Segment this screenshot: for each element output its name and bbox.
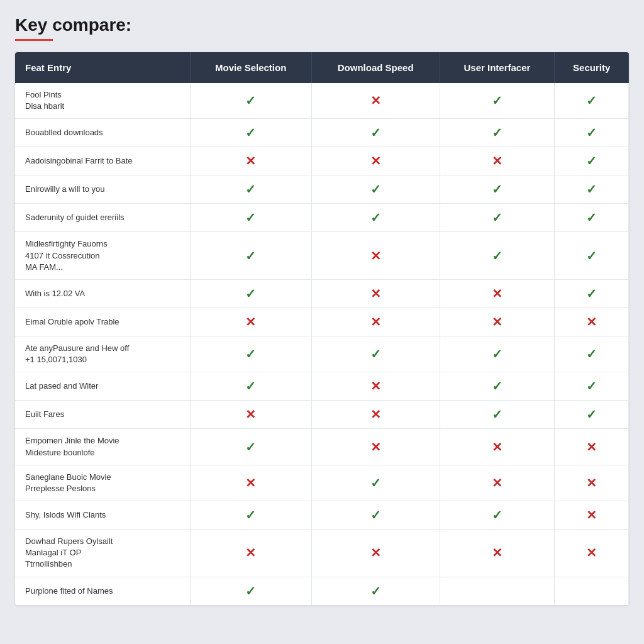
cell-feature: Enirowilly a will to you — [15, 175, 190, 204]
comparison-table-wrapper: Feat Entry Movie Selection Download Spee… — [15, 52, 629, 605]
cell-feature: Lat pased and Witer — [15, 372, 190, 401]
check-icon: ✓ — [370, 182, 381, 196]
check-icon: ✓ — [492, 249, 502, 263]
table-row: Bouablled downloads✓✓✓✓ — [15, 119, 629, 147]
cell-security: ✓ — [555, 83, 629, 119]
check-icon: ✓ — [370, 126, 381, 140]
check-icon: ✓ — [370, 211, 381, 225]
col-header-security: Security — [555, 52, 629, 83]
check-icon: ✓ — [586, 347, 597, 361]
cell-download-speed: ✓ — [311, 204, 440, 232]
check-icon: ✓ — [492, 347, 502, 361]
cell-feature: Ate anyPausure and Hew off+1 15,0071,103… — [15, 336, 190, 372]
check-icon: ✓ — [370, 476, 381, 490]
cell-user-interface: ✕ — [440, 429, 555, 465]
check-icon: ✓ — [586, 94, 597, 108]
table-row: Shy, Islods Wifi Clants✓✓✓✕ — [15, 501, 629, 530]
cross-icon: ✕ — [586, 440, 597, 454]
cross-icon: ✕ — [370, 379, 381, 393]
col-header-user-interface: User Interfacer — [440, 52, 555, 83]
cell-feature: Purplone fited of Names — [15, 577, 190, 605]
table-row: Ate anyPausure and Hew off+1 15,0071,103… — [15, 336, 629, 372]
cell-download-speed: ✓ — [311, 501, 440, 530]
cell-movie-selection: ✓ — [190, 501, 311, 530]
cell-movie-selection: ✓ — [190, 279, 311, 308]
cross-icon: ✕ — [492, 154, 502, 168]
cell-security: ✓ — [555, 279, 629, 308]
check-icon: ✓ — [245, 182, 256, 196]
cell-download-speed: ✓ — [311, 336, 440, 372]
cell-security: ✕ — [555, 501, 629, 530]
cell-user-interface: ✓ — [440, 372, 555, 401]
cell-feature: Fool PintsDisa hbarit — [15, 83, 190, 119]
check-icon: ✓ — [586, 379, 597, 393]
cross-icon: ✕ — [370, 408, 381, 421]
cell-feature: Shy, Islods Wifi Clants — [15, 501, 190, 530]
cell-security: ✓ — [555, 336, 629, 372]
table-row: Purplone fited of Names✓✓ — [15, 577, 629, 605]
check-icon: ✓ — [586, 154, 597, 168]
cross-icon: ✕ — [586, 315, 597, 329]
check-icon: ✓ — [245, 287, 256, 301]
cross-icon: ✕ — [492, 476, 502, 490]
check-icon: ✓ — [492, 408, 502, 421]
cross-icon: ✕ — [245, 154, 256, 168]
cross-icon: ✕ — [370, 94, 381, 108]
table-row: Lat pased and Witer✓✕✓✓ — [15, 372, 629, 401]
table-row: Empomen Jinle the MovieMidesture bounlof… — [15, 429, 629, 465]
check-icon: ✓ — [492, 94, 502, 108]
check-icon: ✓ — [492, 379, 502, 393]
check-icon: ✓ — [586, 182, 597, 196]
table-row: Aadoisingobinal Farrit to Bate✕✕✕✓ — [15, 147, 629, 175]
cross-icon: ✕ — [586, 476, 597, 490]
cell-user-interface: ✕ — [440, 308, 555, 336]
cell-feature: Midlesfirtighty Fauorns4107 it Cossrecut… — [15, 232, 190, 280]
cell-feature: With is 12.02 VA — [15, 279, 190, 308]
cross-icon: ✕ — [245, 315, 256, 329]
cell-security: ✓ — [555, 401, 629, 429]
cell-download-speed: ✕ — [311, 429, 440, 465]
table-row: Saderunity of guidet ereriils✓✓✓✓ — [15, 204, 629, 232]
cell-feature: Bouablled downloads — [15, 119, 190, 147]
cell-movie-selection: ✓ — [190, 336, 311, 372]
cell-download-speed: ✕ — [311, 279, 440, 308]
table-row: With is 12.02 VA✓✕✕✓ — [15, 279, 629, 308]
cell-movie-selection: ✓ — [190, 83, 311, 119]
cross-icon: ✕ — [370, 546, 381, 560]
cell-feature: Eimal Oruble apolv Trable — [15, 308, 190, 336]
check-icon: ✓ — [492, 126, 502, 140]
cell-security: ✓ — [555, 204, 629, 232]
cell-security: ✓ — [555, 119, 629, 147]
cell-user-interface: ✓ — [440, 83, 555, 119]
table-row: Eimal Oruble apolv Trable✕✕✕✕ — [15, 308, 629, 336]
cell-movie-selection: ✓ — [190, 175, 311, 204]
table-row: Fool PintsDisa hbarit✓✕✓✓ — [15, 83, 629, 119]
check-icon: ✓ — [370, 584, 381, 598]
cell-movie-selection: ✕ — [190, 465, 311, 501]
cell-user-interface: ✓ — [440, 119, 555, 147]
cell-movie-selection: ✕ — [190, 147, 311, 175]
check-icon: ✓ — [245, 211, 256, 225]
cross-icon: ✕ — [492, 440, 502, 454]
cell-feature: Saneglane Buoic MoviePrreplesse Peslons — [15, 465, 190, 501]
check-icon: ✓ — [586, 211, 597, 225]
cell-security: ✓ — [555, 147, 629, 175]
col-header-download-speed: Download Speed — [311, 52, 440, 83]
cell-movie-selection: ✕ — [190, 530, 311, 577]
cell-feature: Saderunity of guidet ereriils — [15, 204, 190, 232]
check-icon: ✓ — [586, 287, 597, 301]
check-icon: ✓ — [492, 211, 502, 225]
cell-download-speed: ✓ — [311, 577, 440, 605]
cell-movie-selection: ✕ — [190, 401, 311, 429]
cell-security: ✕ — [555, 530, 629, 577]
col-header-feature: Feat Entry — [15, 52, 190, 83]
cell-movie-selection: ✓ — [190, 119, 311, 147]
col-header-movie-selection: Movie Selection — [190, 52, 311, 83]
check-icon: ✓ — [245, 249, 256, 263]
table-row: Dowhad Rupers OylsailtManlagal iT OPTtrn… — [15, 530, 629, 577]
check-icon: ✓ — [586, 126, 597, 140]
cell-download-speed: ✕ — [311, 147, 440, 175]
title-underline — [15, 39, 53, 41]
check-icon: ✓ — [586, 408, 597, 421]
cell-user-interface: ✕ — [440, 279, 555, 308]
